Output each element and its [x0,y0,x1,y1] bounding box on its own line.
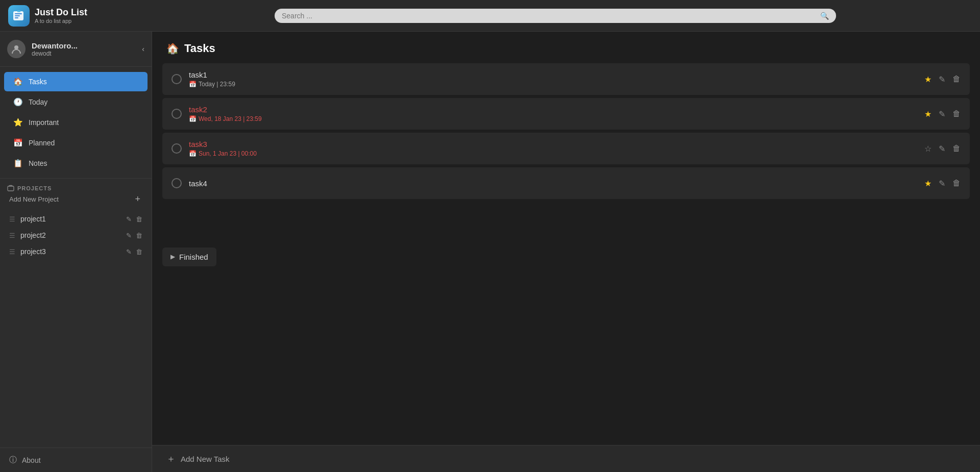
task-name: task4 [189,179,917,188]
task-name: task2 [189,105,917,114]
user-handle: dewodt [32,50,136,57]
sidebar-item-important[interactable]: ⭐ Important [4,113,148,132]
edit-task-button[interactable]: ✎ [939,144,945,154]
user-info: Dewantoro... dewodt [32,41,136,57]
project-item-project2[interactable]: ☰ project2 ✎ 🗑 [7,227,144,243]
add-task-icon: ＋ [166,453,176,465]
finished-label: Finished [179,253,208,261]
main-layout: Dewantoro... dewodt ‹ 🏠 Tasks 🕐 Today ⭐ … [0,32,980,472]
task-due: 📅 Sun, 1 Jan 23 | 00:00 [189,150,917,157]
sidebar-bottom: ⓘ About [0,448,152,472]
svg-point-4 [14,45,18,49]
nav-icon-planned: 📅 [13,138,22,147]
sidebar-item-today[interactable]: 🕐 Today [4,92,148,112]
content-header: 🏠 Tasks [152,32,980,63]
project-actions: ✎ 🗑 [126,232,142,239]
calendar-icon: 📅 [189,81,197,88]
projects-list: ☰ project1 ✎ 🗑 ☰ project2 ✎ 🗑 ☰ project3… [7,211,144,260]
task-checkbox[interactable] [172,143,182,154]
sidebar-item-tasks[interactable]: 🏠 Tasks [4,72,148,91]
sidebar-item-notes[interactable]: 📋 Notes [4,154,148,173]
calendar-icon: 📅 [189,150,197,157]
user-name: Dewantoro... [32,41,136,50]
project-name: project3 [20,247,121,256]
edit-project-button[interactable]: ✎ [126,215,132,223]
delete-task-button[interactable]: 🗑 [952,74,961,84]
add-task-button[interactable]: ＋ Add New Task [166,453,230,465]
project-name: project1 [20,215,121,223]
edit-task-button[interactable]: ✎ [939,74,945,84]
search-input[interactable] [282,12,816,20]
task-checkbox[interactable] [172,74,182,84]
add-project-button[interactable]: + [133,194,142,205]
edit-task-button[interactable]: ✎ [939,179,945,188]
nav-icon-notes: 📋 [13,159,22,168]
tasks-list: task1 📅 Today | 23:59 ★ ✎ 🗑 task2 📅 Wed,… [152,63,980,242]
add-project-label: Add New Project [9,195,59,203]
app-title: Just Do List [35,7,87,18]
delete-project-button[interactable]: 🗑 [136,248,142,256]
app-logo: Just Do List A to do list app [8,5,131,27]
project-item-project1[interactable]: ☰ project1 ✎ 🗑 [7,211,144,227]
project-item-project3[interactable]: ☰ project3 ✎ 🗑 [7,243,144,260]
content-footer: ＋ Add New Task [152,445,980,472]
search-bar[interactable]: 🔍 [275,9,836,23]
edit-project-button[interactable]: ✎ [126,248,132,256]
star-button[interactable]: ☆ [924,144,932,154]
star-button[interactable]: ★ [924,179,932,188]
svg-rect-5 [8,186,14,191]
app-title-block: Just Do List A to do list app [35,7,87,24]
sidebar-collapse-icon[interactable]: ‹ [142,45,144,53]
calendar-icon: 📅 [189,115,197,122]
delete-task-button[interactable]: 🗑 [952,179,961,188]
nav-label-important: Important [29,118,59,127]
app-subtitle: A to do list app [35,18,87,24]
task-due: 📅 Today | 23:59 [189,81,917,88]
nav-label-tasks: Tasks [29,78,47,86]
sidebar-item-planned[interactable]: 📅 Planned [4,133,148,153]
task-item-task1: task1 📅 Today | 23:59 ★ ✎ 🗑 [162,63,970,95]
star-button[interactable]: ★ [924,74,932,84]
task-item-task3: task3 📅 Sun, 1 Jan 23 | 00:00 ☆ ✎ 🗑 [162,133,970,164]
svg-rect-1 [15,13,22,14]
svg-rect-2 [15,15,20,16]
task-actions: ☆ ✎ 🗑 [924,144,961,154]
search-bar-wrap: 🔍 [139,9,972,23]
delete-project-button[interactable]: 🗑 [136,232,142,239]
task-name: task1 [189,70,917,79]
edit-task-button[interactable]: ✎ [939,109,945,119]
task-due: 📅 Wed, 18 Jan 23 | 23:59 [189,115,917,122]
nav-label-today: Today [29,98,47,106]
delete-project-button[interactable]: 🗑 [136,215,142,223]
task-checkbox[interactable] [172,178,182,188]
edit-project-button[interactable]: ✎ [126,232,132,239]
nav-label-notes: Notes [29,159,47,167]
main-content: 🏠 Tasks task1 📅 Today | 23:59 ★ ✎ 🗑 task… [152,32,980,472]
sidebar: Dewantoro... dewodt ‹ 🏠 Tasks 🕐 Today ⭐ … [0,32,152,472]
task-actions: ★ ✎ 🗑 [924,74,961,84]
drag-handle-icon: ☰ [9,232,15,239]
search-icon: 🔍 [820,12,829,20]
sidebar-projects: PROJECTS Add New Project + ☰ project1 ✎ … [0,179,152,448]
delete-task-button[interactable]: 🗑 [952,144,961,153]
avatar [7,40,26,58]
about-label: About [22,456,41,464]
project-name: project2 [20,231,121,239]
app-logo-icon [8,5,30,27]
add-project-row: Add New Project + [7,192,144,207]
svg-rect-3 [15,17,18,18]
drag-handle-icon: ☰ [9,215,15,223]
add-task-label: Add New Task [181,455,230,463]
star-button[interactable]: ★ [924,109,932,119]
task-name: task3 [189,140,917,148]
task-body: task4 [189,179,917,188]
delete-task-button[interactable]: 🗑 [952,109,961,118]
about-item[interactable]: ⓘ About [9,455,142,465]
finished-header[interactable]: ▶ Finished [162,247,216,266]
sidebar-user[interactable]: Dewantoro... dewodt ‹ [0,32,152,67]
content-title: Tasks [184,42,215,55]
task-checkbox[interactable] [172,109,182,119]
task-body: task2 📅 Wed, 18 Jan 23 | 23:59 [189,105,917,122]
task-body: task1 📅 Today | 23:59 [189,70,917,88]
home-icon: 🏠 [166,42,179,55]
